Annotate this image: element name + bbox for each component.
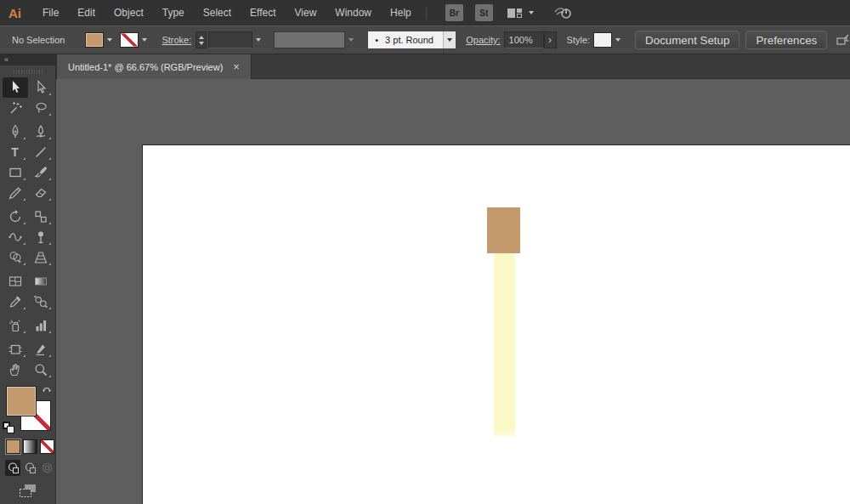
tool-curvature[interactable] (28, 122, 54, 142)
none-button[interactable] (40, 439, 54, 454)
tool-puppet-warp[interactable] (28, 227, 54, 247)
tool-magic-wand[interactable] (3, 98, 28, 118)
opacity-popup-button[interactable]: › (544, 31, 557, 48)
paintbrush-icon (33, 165, 48, 180)
tool-zoom[interactable] (28, 360, 54, 380)
brush-bullet: • (375, 35, 378, 45)
sync-status-button[interactable] (552, 5, 575, 20)
app-logo: Ai (8, 6, 21, 20)
tool-direct-selection[interactable] (28, 77, 54, 98)
menu-edit[interactable]: Edit (68, 0, 105, 25)
tool-artboard[interactable] (3, 339, 28, 360)
style-swatch[interactable] (593, 32, 612, 48)
menu-type[interactable]: Type (153, 0, 194, 25)
tool-blend[interactable] (28, 292, 54, 312)
menu-help[interactable]: Help (381, 0, 421, 25)
stroke-none-swatch[interactable] (120, 32, 139, 48)
stroke-weight-chevron[interactable] (252, 32, 264, 48)
fill-color-swatch[interactable] (85, 32, 104, 48)
tool-lasso[interactable] (28, 98, 54, 118)
menu-effect[interactable]: Effect (241, 0, 285, 25)
tan-rectangle-shape[interactable] (487, 207, 520, 253)
opacity-field[interactable]: 100% (504, 31, 544, 48)
tool-eraser[interactable] (28, 183, 54, 203)
style-dropdown[interactable] (593, 32, 623, 48)
eraser-icon (33, 185, 48, 201)
stepper-down-icon[interactable] (199, 42, 204, 45)
chevron-down-icon[interactable] (443, 31, 456, 48)
line-segment-icon (33, 144, 48, 160)
chevron-down-icon[interactable] (139, 32, 150, 48)
tool-symbol-sprayer[interactable] (3, 315, 28, 336)
panel-collapse-button[interactable]: « (0, 54, 55, 65)
screen-mode-button[interactable] (18, 484, 38, 501)
stroke-panel-link[interactable]: Stroke: (162, 35, 191, 45)
tool-scale[interactable] (28, 207, 54, 227)
menu-view[interactable]: View (286, 0, 326, 25)
pale-yellow-rectangle-shape[interactable] (494, 253, 515, 437)
default-fill-stroke-icon[interactable] (3, 422, 15, 434)
width-tool-icon (8, 229, 23, 245)
artboard[interactable] (142, 144, 850, 504)
stroke-weight-stepper[interactable] (196, 31, 207, 48)
shape-bottom-fade (494, 430, 515, 439)
stepper-up-icon[interactable] (199, 36, 204, 39)
tool-shaper[interactable] (3, 183, 28, 203)
chevron-down-icon[interactable] (612, 32, 623, 48)
tool-eyedropper[interactable] (3, 292, 28, 312)
gradient-button[interactable] (23, 439, 37, 454)
tool-perspective-grid[interactable] (28, 247, 54, 268)
bridge-button[interactable]: Br (445, 4, 463, 21)
style-label: Style: (567, 35, 591, 45)
workspace-switcher[interactable] (507, 8, 534, 19)
brush-definition-dropdown[interactable]: • 3 pt. Round (368, 31, 456, 48)
tool-type[interactable]: T (3, 142, 28, 162)
fill-proxy-swatch[interactable] (6, 386, 37, 416)
stroke-color-dropdown[interactable] (120, 32, 150, 48)
width-profile-chevron[interactable] (345, 32, 356, 48)
color-button[interactable] (6, 439, 20, 454)
menu-file[interactable]: File (33, 0, 68, 25)
opacity-panel-link[interactable]: Opacity: (466, 35, 500, 45)
tool-selection[interactable] (3, 77, 28, 98)
menu-object[interactable]: Object (105, 0, 153, 25)
tool-gradient[interactable] (28, 271, 54, 292)
tool-slice[interactable] (28, 339, 54, 360)
draw-inside-icon (41, 462, 54, 474)
draw-normal-button[interactable] (5, 460, 20, 476)
document-setup-button[interactable]: Document Setup (635, 31, 740, 49)
stroke-weight-field[interactable] (208, 31, 252, 48)
brush-value-field[interactable]: • 3 pt. Round (368, 31, 443, 48)
tool-shape-builder[interactable] (3, 247, 28, 268)
draw-inside-button[interactable] (40, 460, 55, 476)
preferences-button[interactable]: Preferences (745, 31, 827, 49)
zoom-magnifier-icon (33, 362, 48, 377)
menu-select[interactable]: Select (194, 0, 241, 25)
width-profile-dropdown[interactable] (274, 31, 345, 48)
screen-mode-icon (18, 484, 38, 498)
rectangle-icon (8, 165, 23, 180)
tool-mesh[interactable] (3, 271, 28, 292)
tool-rotate[interactable] (3, 207, 28, 227)
close-icon[interactable]: × (233, 61, 240, 72)
tool-paintbrush[interactable] (28, 162, 54, 183)
chevron-down-icon[interactable] (104, 32, 115, 48)
swap-fill-stroke-icon[interactable] (41, 384, 53, 394)
tool-pen[interactable] (3, 122, 28, 142)
fill-color-dropdown[interactable] (85, 32, 115, 48)
selection-status: No Selection (12, 35, 65, 45)
document-tab[interactable]: Untitled-1* @ 66.67% (RGB/Preview) × (56, 54, 252, 79)
tool-rectangle[interactable] (3, 162, 28, 183)
menu-window[interactable]: Window (326, 0, 381, 25)
tool-hand[interactable] (3, 360, 28, 380)
selection-arrow-icon (8, 80, 23, 95)
tool-line-segment[interactable] (28, 142, 54, 162)
puppet-pin-icon (33, 229, 48, 245)
panel-launcher[interactable] (836, 33, 850, 47)
tool-column-graph[interactable] (28, 315, 54, 336)
draw-behind-button[interactable] (22, 460, 37, 476)
rotate-icon (8, 209, 23, 224)
tool-width[interactable] (3, 227, 28, 247)
panel-grip[interactable] (0, 65, 55, 77)
stock-button[interactable]: St (475, 4, 493, 21)
